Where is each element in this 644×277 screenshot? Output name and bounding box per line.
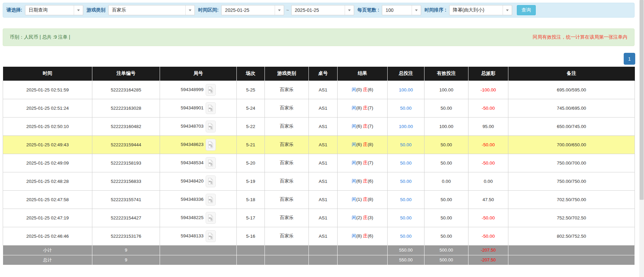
video-icon[interactable] [206, 121, 216, 132]
cell-bet-no: 522223154427 [92, 209, 160, 227]
cell-total-bet: 50.00 [388, 190, 424, 209]
cell-game-type: 百家乐 [265, 172, 309, 190]
cell-payout: -50.00 [468, 135, 508, 154]
cell-table-no: AS1 [309, 209, 338, 227]
cell-session: 5-19 [237, 172, 265, 190]
round-no-text: 594348336 [181, 197, 204, 202]
cell-note: 695.00/595.00 [508, 81, 635, 99]
date-range-separator: ~ [286, 7, 289, 13]
vertical-scrollbar-thumb[interactable] [640, 0, 644, 200]
video-icon[interactable] [206, 230, 216, 242]
cell-payout: -50.00 [468, 99, 508, 117]
header-session: 场次 [237, 67, 265, 81]
video-icon[interactable] [206, 157, 216, 169]
time-sort-select[interactable]: 降幂(由大到小) [449, 5, 512, 15]
cell-time: 2025-01-25 02:50:10 [3, 117, 92, 135]
cell-session: 5-20 [237, 154, 265, 172]
payout-value: -50.00 [482, 215, 495, 220]
video-file-glyph [207, 159, 214, 167]
video-file-glyph [207, 86, 214, 93]
cell-game-type: 百家乐 [265, 135, 309, 154]
cell-round-no: 594348133 [160, 227, 237, 245]
cell-total-bet: 100.00 [388, 117, 424, 135]
date-from-value: 2025-01-25 [222, 7, 249, 13]
cell-payout: 95.00 [468, 117, 508, 135]
cell-game-type: 百家乐 [265, 190, 309, 209]
banker-result-label: 庄 [363, 233, 368, 238]
summary-count: 9 [92, 255, 160, 265]
summary-payout: -207.50 [468, 255, 508, 265]
table-row: 2025-01-25 02:49:43522223159444594348623… [3, 135, 635, 154]
total-bet-link[interactable]: 50.00 [400, 234, 412, 239]
video-icon[interactable] [206, 212, 216, 224]
cell-bet-no: 522223160482 [92, 117, 160, 135]
header-round-no: 局号 [160, 67, 237, 81]
filter-toolbar: 请选择: 日期查询 游戏类别 百家乐 时间区间: 2025-01-25 ~ 20… [3, 3, 635, 18]
banker-result-label: 庄 [363, 142, 368, 147]
per-page-label: 每页笔数 : [358, 7, 380, 13]
cell-bet-no: 522223153176 [92, 227, 160, 245]
video-file-glyph [207, 105, 214, 112]
per-page-value: 100 [382, 7, 393, 13]
cell-session: 5-24 [237, 99, 265, 117]
cell-note: 752.50/702.50 [508, 209, 635, 227]
same-round-notice: 同局有效投注，统一计算在该局第一张注单内 [533, 34, 627, 40]
total-bet-link[interactable]: 50.00 [400, 197, 412, 202]
total-bet-link[interactable]: 50.00 [400, 215, 412, 220]
round-no-text: 594348999 [181, 87, 204, 92]
cell-time: 2025-01-25 02:51:24 [3, 99, 92, 117]
total-bet-link[interactable]: 50.00 [400, 142, 412, 147]
video-icon[interactable] [206, 102, 216, 114]
cell-total-bet: 50.00 [388, 99, 424, 117]
banker-result-label: 庄 [363, 178, 368, 184]
cell-result: 闲(0) 庄(6) [338, 81, 388, 99]
cell-game-type: 百家乐 [265, 227, 309, 245]
cell-game-type: 百家乐 [265, 154, 309, 172]
cell-round-no: 594348336 [160, 190, 237, 209]
player-result-label: 闲 [352, 160, 356, 165]
table-row: 2025-01-25 02:48:28522223156833594348420… [3, 172, 635, 190]
cell-total-bet: 50.00 [388, 227, 424, 245]
cell-valid-bet: 50.00 [424, 190, 468, 209]
header-payout: 总派彩 [468, 67, 508, 81]
cell-result: 闲(6) 庄(7) [338, 117, 388, 135]
cell-game-type: 百家乐 [265, 99, 309, 117]
cell-round-no: 594348703 [160, 117, 237, 135]
header-table-no: 桌号 [309, 67, 338, 81]
table-row: 2025-01-25 02:47:19522223154427594348225… [3, 209, 635, 227]
video-icon[interactable] [206, 175, 216, 187]
payout-value: 0.00 [484, 179, 492, 184]
cell-round-no: 594348534 [160, 154, 237, 172]
cell-game-type: 百家乐 [265, 81, 309, 99]
payout-value: 95.00 [483, 124, 494, 129]
date-to-select[interactable]: 2025-01-25 [291, 5, 354, 15]
search-button[interactable]: 查询 [517, 5, 536, 15]
video-icon[interactable] [206, 194, 216, 206]
pagination-page-1[interactable]: 1 [624, 53, 635, 65]
video-icon[interactable] [206, 84, 216, 96]
cell-session: 5-25 [237, 81, 265, 99]
payout-value: -50.00 [482, 234, 495, 239]
total-bet-link[interactable]: 50.00 [400, 161, 412, 166]
cell-note: 750.00/700.00 [508, 154, 635, 172]
cell-total-bet: 50.00 [388, 172, 424, 190]
total-bet-link[interactable]: 50.00 [400, 179, 412, 184]
chevron-down-icon [345, 5, 354, 15]
payout-value: 47.50 [483, 197, 494, 202]
total-bet-link[interactable]: 100.00 [399, 124, 413, 129]
cell-payout: -50.00 [468, 227, 508, 245]
query-type-select[interactable]: 日期查询 [25, 5, 83, 15]
video-file-glyph [207, 123, 214, 130]
payout-value: -100.00 [481, 87, 496, 92]
cell-table-no: AS1 [309, 135, 338, 154]
header-total-bet: 总投注 [388, 67, 424, 81]
cell-result: 闲(2) 庄(3) [338, 209, 388, 227]
per-page-select[interactable]: 100 [382, 5, 421, 15]
total-bet-link[interactable]: 50.00 [400, 106, 412, 111]
banker-result-label: 庄 [363, 87, 368, 92]
cell-time: 2025-01-25 02:48:28 [3, 172, 92, 190]
video-icon[interactable] [206, 139, 216, 151]
total-bet-link[interactable]: 100.00 [399, 87, 413, 92]
date-from-select[interactable]: 2025-01-25 [221, 5, 284, 15]
game-type-select[interactable]: 百家乐 [108, 5, 195, 15]
